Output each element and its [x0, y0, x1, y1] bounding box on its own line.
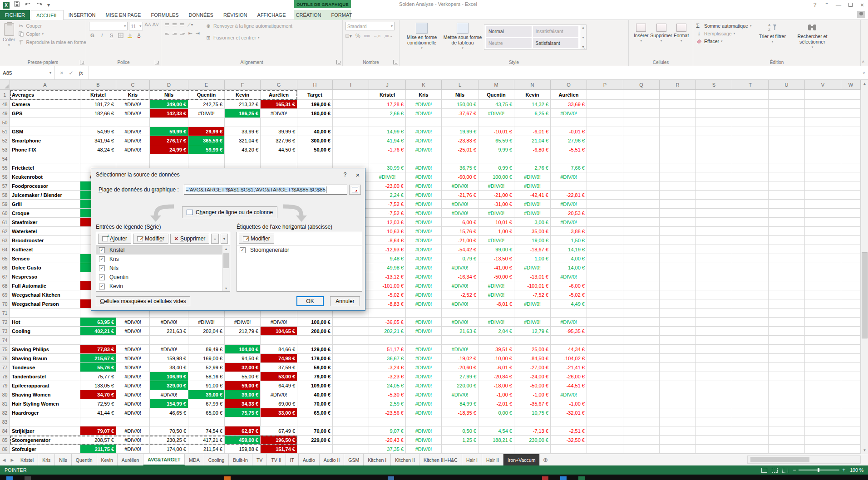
ribbon-tab-données[interactable]: DONNÉES [184, 10, 218, 20]
cell-D85[interactable]: 230,25 € [150, 436, 188, 445]
cell-E80[interactable]: 39,00 € [188, 390, 225, 399]
cell-R63[interactable] [660, 236, 696, 245]
cell-K80[interactable]: #DIV/0! [406, 390, 442, 399]
cell-P65[interactable] [587, 254, 623, 263]
cell-T54[interactable] [732, 154, 769, 163]
cell-N50[interactable] [514, 118, 551, 127]
cell-J53[interactable]: -1,76 € [369, 145, 406, 154]
sheet-tab-kris[interactable]: Kris [38, 454, 55, 465]
cell-Q60[interactable] [623, 209, 660, 218]
cell-U53[interactable] [769, 145, 805, 154]
cell-J71[interactable] [369, 309, 406, 318]
cell-O53[interactable]: -5,51 € [551, 145, 587, 154]
cell-T77[interactable] [732, 363, 769, 372]
cell-F49[interactable]: 186,25 € [225, 109, 261, 118]
cell-V48[interactable] [805, 100, 841, 109]
cell-T70[interactable] [732, 299, 769, 309]
cell-S60[interactable] [696, 209, 732, 218]
cell-L51[interactable]: 19,99 € [442, 127, 478, 136]
cell-P86[interactable] [587, 445, 623, 454]
cell-J65[interactable]: 9,48 € [369, 254, 406, 263]
cell-G78[interactable]: 53,00 € [261, 372, 297, 381]
cell-T58[interactable] [732, 191, 769, 200]
cell-B54[interactable] [80, 154, 116, 163]
minimize-icon[interactable]: — [833, 2, 844, 8]
cell-L79[interactable]: 220,00 € [442, 381, 478, 390]
cell-V83[interactable] [805, 417, 841, 426]
cell-K79[interactable]: #DIV/0! [406, 381, 442, 390]
cell-J1[interactable]: Kristel [369, 90, 406, 100]
cell-W76[interactable] [841, 354, 861, 363]
cell-Q81[interactable] [623, 399, 660, 408]
cell-L66[interactable]: #DIV/0! [442, 263, 478, 272]
cell-Q75[interactable] [623, 345, 660, 354]
cell-N63[interactable]: 19,00 € [514, 236, 551, 245]
cell-D50[interactable] [150, 118, 188, 127]
cell-R57[interactable] [660, 181, 696, 191]
cell-P80[interactable] [587, 390, 623, 399]
cell-L56[interactable]: -60,00 € [442, 172, 478, 181]
cell-F83[interactable] [225, 417, 261, 426]
cell-D86[interactable]: 174,00 € [150, 445, 188, 454]
cell-S70[interactable] [696, 299, 732, 309]
cell-A83[interactable] [10, 417, 80, 426]
cell-J51[interactable]: 14,99 € [369, 127, 406, 136]
cell-I72[interactable] [333, 318, 369, 327]
row-header-72[interactable]: 72 [0, 318, 10, 327]
cell-M66[interactable]: -41,00 € [478, 263, 514, 272]
cell-T53[interactable] [732, 145, 769, 154]
horizontal-scroll-thumb[interactable] [750, 457, 809, 462]
windows-taskbar[interactable] [0, 475, 868, 480]
cell-N79[interactable]: -50,00 € [514, 381, 551, 390]
ribbon-tab-création[interactable]: CRÉATION [291, 10, 326, 20]
sort-filter-button[interactable]: AZ Trier et filtrer▾ [758, 22, 787, 49]
cell-M76[interactable]: -10,00 € [478, 354, 514, 363]
cell-I50[interactable] [333, 118, 369, 127]
font-size-combo[interactable]: 11▾ [129, 22, 143, 30]
cell-B51[interactable]: 54,99 € [80, 127, 116, 136]
collapse-ribbon-icon[interactable]: ˄ [862, 59, 864, 64]
row-header-69[interactable]: 69 [0, 290, 10, 299]
cell-I78[interactable] [333, 372, 369, 381]
cell-V57[interactable] [805, 181, 841, 191]
cell-V61[interactable] [805, 218, 841, 227]
cell-W64[interactable] [841, 245, 861, 254]
cell-A74[interactable] [10, 336, 80, 345]
sheet-tab-kristel[interactable]: Kristel [16, 454, 38, 465]
taskbar-icon[interactable] [578, 476, 585, 480]
cell-style-normal[interactable]: Normal [486, 26, 532, 37]
cell-Q54[interactable] [623, 154, 660, 163]
cell-F81[interactable]: 34,33 € [225, 399, 261, 408]
cell-G52[interactable]: 327,96 € [261, 136, 297, 145]
cell-G1[interactable]: Aurélien [261, 90, 297, 100]
cell-W69[interactable] [841, 290, 861, 299]
cell-I53[interactable] [333, 145, 369, 154]
cell-U71[interactable] [769, 309, 805, 318]
cell-V49[interactable] [805, 109, 841, 118]
cell-T75[interactable] [732, 345, 769, 354]
cell-K52[interactable]: #DIV/0! [406, 136, 442, 145]
cell-I80[interactable] [333, 390, 369, 399]
cell-O78[interactable]: -26,00 € [551, 372, 587, 381]
cell-A67[interactable]: Nespresso [10, 272, 80, 281]
vertical-scroll-thumb[interactable] [862, 252, 868, 338]
cell-I86[interactable] [333, 445, 369, 454]
cell-T55[interactable] [732, 163, 769, 172]
taskbar-icon[interactable] [25, 476, 31, 480]
cell-V84[interactable] [805, 426, 841, 436]
cell-M50[interactable] [478, 118, 514, 127]
cell-Q49[interactable] [623, 109, 660, 118]
page-layout-view-icon[interactable] [772, 468, 778, 473]
series-item-kevin[interactable]: ✓Kevin [96, 282, 230, 291]
cell-G49[interactable]: #DIV/0! [261, 109, 297, 118]
cell-A65[interactable]: Senseo [10, 254, 80, 263]
cell-K70[interactable]: #DIV/0! [406, 299, 442, 309]
cell-S58[interactable] [696, 191, 732, 200]
cell-A58[interactable]: Juicemaker / Blender [10, 191, 80, 200]
cell-M48[interactable]: 43,75 € [478, 100, 514, 109]
cell-K56[interactable]: #DIV/0! [406, 172, 442, 181]
cell-H76[interactable]: 179,00 € [297, 354, 333, 363]
cell-L67[interactable]: -16,34 € [442, 272, 478, 281]
cell-C85[interactable]: #DIV/0! [116, 436, 150, 445]
cell-T82[interactable] [732, 408, 769, 417]
